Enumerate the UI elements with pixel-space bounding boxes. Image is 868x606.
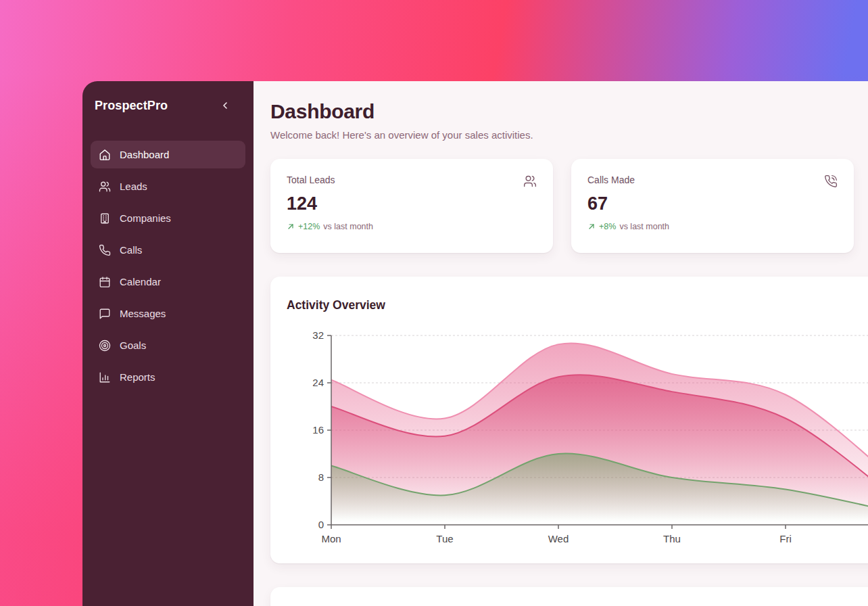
sidebar-item-label: Calls xyxy=(120,244,142,256)
trend-up-icon xyxy=(587,223,596,231)
users-icon xyxy=(523,174,537,188)
page-subtitle: Welcome back! Here's an overview of your… xyxy=(270,129,868,141)
svg-text:Mon: Mon xyxy=(321,533,341,544)
sidebar-item-goals[interactable]: Goals xyxy=(91,331,245,359)
sidebar-item-companies[interactable]: Companies xyxy=(91,204,245,232)
sidebar-item-label: Companies xyxy=(120,212,171,224)
sidebar-item-reports[interactable]: Reports xyxy=(91,363,245,391)
svg-text:8: 8 xyxy=(318,471,324,483)
target-icon xyxy=(99,340,111,352)
main-content: Dashboard Welcome back! Here's an overvi… xyxy=(254,81,868,606)
home-icon xyxy=(99,149,111,161)
svg-text:32: 32 xyxy=(312,329,324,341)
sidebar-item-label: Calendar xyxy=(120,276,161,287)
stat-value: 67 xyxy=(587,193,838,214)
trend-percent: +12% xyxy=(298,222,320,231)
chevron-left-icon xyxy=(220,100,231,111)
phone-call-icon xyxy=(824,174,838,188)
building-icon xyxy=(99,212,111,225)
trend-suffix: vs last month xyxy=(323,222,373,231)
next-section-card xyxy=(270,587,868,606)
sidebar-item-dashboard[interactable]: Dashboard xyxy=(91,141,245,168)
app-window: ProspectPro Dashboard Leads Companies xyxy=(82,81,868,606)
svg-text:Tue: Tue xyxy=(436,533,453,544)
sidebar-collapse-button[interactable] xyxy=(217,97,233,114)
message-icon xyxy=(99,308,111,320)
brand-logo: ProspectPro xyxy=(95,99,168,113)
stat-trend: +8% vs last month xyxy=(587,222,838,231)
users-icon xyxy=(99,181,111,193)
phone-icon xyxy=(99,244,111,256)
activity-overview-card: Activity Overview 08162432MonTueWedThuFr… xyxy=(270,277,868,563)
sidebar-item-calendar[interactable]: Calendar xyxy=(91,268,245,296)
sidebar-item-label: Goals xyxy=(120,340,146,351)
svg-text:Wed: Wed xyxy=(548,533,569,544)
trend-percent: +8% xyxy=(599,222,616,231)
stat-value: 124 xyxy=(287,193,537,214)
stats-row: Total Leads 124 +12% vs last month Calls xyxy=(270,159,868,253)
sidebar: ProspectPro Dashboard Leads Companies xyxy=(82,81,254,606)
trend-suffix: vs last month xyxy=(619,222,669,231)
page-title: Dashboard xyxy=(270,100,868,123)
svg-text:Fri: Fri xyxy=(779,533,792,544)
svg-text:16: 16 xyxy=(312,424,324,436)
stat-card-calls-made: Calls Made 67 +8% vs last month xyxy=(571,159,854,253)
sidebar-item-messages[interactable]: Messages xyxy=(91,300,245,327)
sidebar-item-label: Reports xyxy=(120,371,155,383)
svg-text:24: 24 xyxy=(312,377,324,388)
stat-trend: +12% vs last month xyxy=(287,222,537,231)
sidebar-item-label: Dashboard xyxy=(120,149,169,160)
svg-text:Thu: Thu xyxy=(663,533,681,544)
stat-card-total-leads: Total Leads 124 +12% vs last month xyxy=(270,159,553,253)
sidebar-item-label: Leads xyxy=(120,181,147,192)
trend-up-icon xyxy=(287,223,295,231)
sidebar-item-calls[interactable]: Calls xyxy=(91,236,245,264)
bar-chart-icon xyxy=(99,371,111,383)
stat-label: Calls Made xyxy=(587,174,635,185)
sidebar-header: ProspectPro xyxy=(91,97,245,114)
stat-label: Total Leads xyxy=(287,174,335,185)
calendar-icon xyxy=(99,276,111,288)
svg-text:0: 0 xyxy=(318,519,324,530)
sidebar-item-leads[interactable]: Leads xyxy=(91,172,245,200)
sidebar-item-label: Messages xyxy=(120,308,166,319)
activity-area-chart: 08162432MonTueWedThuFri xyxy=(270,277,868,563)
